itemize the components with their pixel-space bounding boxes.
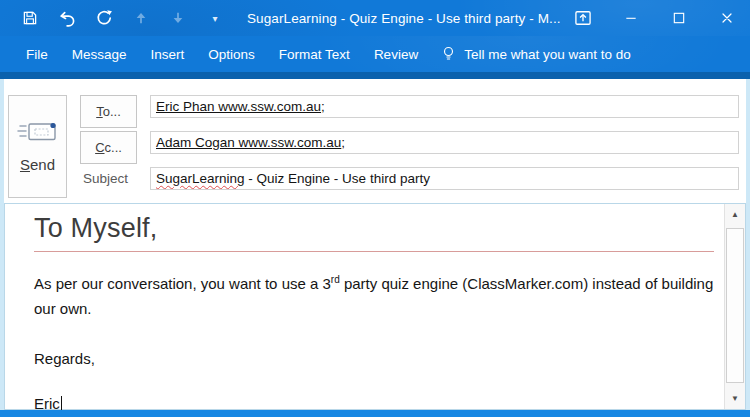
outlook-compose-window: ▾ SugarLearning - Quiz Engine - Use thir…: [0, 0, 750, 417]
save-icon: [21, 9, 39, 27]
subject-input[interactable]: SugarLearning - Quiz Engine - Use third …: [150, 167, 739, 190]
quick-access-toolbar: ▾: [20, 8, 225, 28]
address-fields: To... Eric Phan www.ssw.com.au; Cc... Ad…: [80, 95, 740, 203]
lightbulb-icon: [440, 44, 457, 64]
send-button[interactable]: Send: [8, 95, 67, 198]
save-button[interactable]: [20, 8, 40, 28]
close-button[interactable]: [718, 9, 736, 27]
envelope-header: Send To... Eric Phan www.ssw.com.au; Cc.…: [4, 79, 746, 203]
window-bottom-border: [0, 410, 750, 417]
tab-file[interactable]: File: [14, 36, 60, 72]
title-bar: ▾ SugarLearning - Quiz Engine - Use thir…: [0, 0, 750, 36]
ribbon-tab-row: File Message Insert Options Format Text …: [0, 36, 750, 72]
body-paragraph: As per our conversation, you want to use…: [34, 267, 714, 321]
to-row: To... Eric Phan www.ssw.com.au;: [80, 95, 740, 131]
tab-message[interactable]: Message: [60, 36, 139, 72]
cc-input[interactable]: Adam Cogan www.ssw.com.au;: [150, 131, 739, 154]
vertical-scrollbar[interactable]: ▲ ▼: [724, 204, 745, 409]
message-body-area: To Myself, As per our conversation, you …: [4, 203, 746, 410]
cc-button[interactable]: Cc...: [80, 131, 137, 164]
message-body-editor[interactable]: To Myself, As per our conversation, you …: [5, 204, 724, 409]
close-icon: [719, 10, 735, 26]
paragraph-superscript: rd: [331, 274, 340, 285]
tab-insert[interactable]: Insert: [139, 36, 197, 72]
tab-review[interactable]: Review: [362, 36, 430, 72]
tell-me-label: Tell me what you want to do: [464, 47, 631, 62]
scroll-up-button[interactable]: ▲: [725, 204, 745, 225]
minimize-button[interactable]: [622, 9, 640, 27]
closing-text: Regards,: [34, 350, 714, 367]
window-controls: [574, 9, 736, 27]
to-separator: ;: [321, 99, 325, 114]
arrow-down-icon: [170, 10, 186, 26]
scroll-up-icon: ▲: [731, 210, 739, 219]
tell-me-box[interactable]: Tell me what you want to do: [430, 44, 641, 64]
redo-button[interactable]: [94, 8, 114, 28]
maximize-button[interactable]: [670, 9, 688, 27]
subject-rest: - Quiz Engine - Use third party: [245, 171, 430, 186]
ribbon-bottom-strip: [0, 72, 750, 79]
heading-rule: [34, 251, 714, 252]
customize-qat-button[interactable]: ▾: [205, 8, 225, 28]
to-input[interactable]: Eric Phan www.ssw.com.au;: [150, 95, 739, 118]
paragraph-part-1: As per our conversation, you want to use…: [34, 275, 331, 292]
scroll-down-icon: ▼: [731, 394, 739, 403]
undo-button[interactable]: [57, 8, 77, 28]
to-button-label: To...: [96, 104, 121, 119]
ribbon-display-options-button[interactable]: [574, 9, 592, 27]
send-button-label: Send: [20, 156, 55, 173]
subject-label: Subject: [80, 167, 137, 186]
redo-icon: [95, 9, 114, 28]
maximize-icon: [671, 10, 687, 26]
undo-icon: [58, 9, 77, 28]
chevron-down-icon: ▾: [209, 13, 221, 24]
to-button[interactable]: To...: [80, 95, 137, 128]
minimize-icon: [623, 10, 639, 26]
ribbon-display-options-icon: [573, 8, 593, 28]
arrow-up-icon: [133, 10, 149, 26]
compose-main: Send To... Eric Phan www.ssw.com.au; Cc.…: [0, 79, 750, 410]
cc-button-label: Cc...: [95, 140, 122, 155]
tab-options[interactable]: Options: [196, 36, 267, 72]
previous-item-button[interactable]: [131, 8, 151, 28]
window-title: SugarLearning - Quiz Engine - Use third …: [247, 11, 561, 26]
tab-format-text[interactable]: Format Text: [267, 36, 362, 72]
cc-row: Cc... Adam Cogan www.ssw.com.au;: [80, 131, 740, 167]
cc-recipient: Adam Cogan www.ssw.com.au: [156, 135, 341, 150]
greeting-text: To Myself,: [34, 213, 714, 244]
scroll-down-button[interactable]: ▼: [725, 388, 745, 409]
subject-row: Subject SugarLearning - Quiz Engine - Us…: [80, 167, 740, 203]
cc-separator: ;: [341, 135, 345, 150]
to-recipient: Eric Phan www.ssw.com.au: [156, 99, 321, 114]
next-item-button[interactable]: [168, 8, 188, 28]
scrollbar-thumb[interactable]: [726, 228, 744, 383]
send-envelope-icon: [17, 120, 59, 144]
subject-flagged-word: SugarLearning: [156, 171, 245, 186]
